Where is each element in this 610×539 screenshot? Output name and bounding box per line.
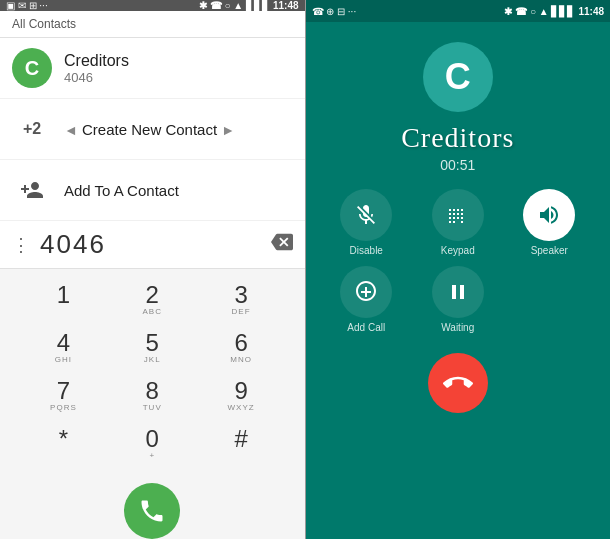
add-to-contact-item[interactable]: Add To A Contact — [0, 160, 305, 221]
all-contacts-label: All Contacts — [12, 17, 76, 31]
keypad-button[interactable]: Keypad — [417, 189, 499, 256]
all-contacts-bar: All Contacts — [0, 11, 305, 38]
dial-key-0[interactable]: 0 + — [109, 421, 196, 467]
dial-key-hash[interactable]: # — [198, 421, 285, 467]
time-right: 11:48 — [578, 6, 604, 17]
contact-info: Creditors 4046 — [64, 52, 129, 85]
keypad-icon — [432, 189, 484, 241]
arrow-right-icon: ► — [221, 122, 235, 138]
dialpad-area: ⋮ 4046 1 2 ABC 3 DEF — [0, 221, 305, 539]
right-right-status-icons: ✱ ☎ ○ ▲ ▋▋▋ 11:48 — [504, 6, 604, 17]
add-contact-icon — [12, 170, 52, 210]
dialpad-delete-button[interactable] — [271, 231, 293, 258]
call-timer-text: 00:51 — [440, 157, 475, 173]
contact-number: 4046 — [64, 70, 129, 85]
dial-key-star[interactable]: * — [20, 421, 107, 467]
avatar-letter: C — [25, 57, 39, 80]
dialpad-grid: 1 2 ABC 3 DEF 4 GHI 5 JKL 6 MNO — [0, 269, 305, 475]
arrow-left-icon: ◄ — [64, 122, 78, 138]
left-panel: ▣ ✉ ⊞ ··· ✱ ☎ ○ ▲ ▋▋▋ 11:48 All Contacts… — [0, 0, 305, 539]
call-name: Creditors — [306, 122, 611, 154]
speaker-label: Speaker — [531, 245, 568, 256]
keypad-label: Keypad — [441, 245, 475, 256]
add-call-button[interactable]: Add Call — [326, 266, 408, 333]
dial-key-8[interactable]: 8 TUV — [109, 373, 196, 419]
dial-key-9[interactable]: 9 WXYZ — [198, 373, 285, 419]
speaker-icon — [523, 189, 575, 241]
hold-icon — [432, 266, 484, 318]
dial-key-2[interactable]: 2 ABC — [109, 277, 196, 323]
plus-badge: +2 — [12, 109, 52, 149]
right-panel: ☎ ⊕ ⊟ ··· ✱ ☎ ○ ▲ ▋▋▋ 11:48 C Creditors … — [306, 0, 611, 539]
plus-badge-text: +2 — [23, 120, 41, 138]
status-bar-right: ☎ ⊕ ⊟ ··· ✱ ☎ ○ ▲ ▋▋▋ 11:48 — [306, 0, 611, 22]
contact-item[interactable]: C Creditors 4046 — [0, 38, 305, 99]
add-call-icon — [340, 266, 392, 318]
mute-icon — [340, 189, 392, 241]
time-left: 11:48 — [273, 0, 299, 11]
left-status-icons: ▣ ✉ ⊞ ··· — [6, 0, 48, 11]
call-end-area — [306, 343, 611, 429]
menu-icon[interactable]: ⋮ — [12, 234, 30, 256]
dial-call-button[interactable] — [124, 483, 180, 539]
create-new-text: Create New Contact — [82, 121, 217, 138]
create-new-label: ◄ Create New Contact ► — [64, 121, 235, 138]
dialpad-number-row: ⋮ 4046 — [0, 221, 305, 269]
hold-button[interactable]: Waiting — [417, 266, 499, 333]
dial-key-5[interactable]: 5 JKL — [109, 325, 196, 371]
create-new-contact-item[interactable]: +2 ◄ Create New Contact ► — [0, 99, 305, 160]
dial-key-7[interactable]: 7 PQRS — [20, 373, 107, 419]
empty-ctrl — [509, 266, 591, 333]
status-bar-left: ▣ ✉ ⊞ ··· ✱ ☎ ○ ▲ ▋▋▋ 11:48 — [0, 0, 305, 11]
hold-label: Waiting — [441, 322, 474, 333]
call-timer: 00:51 — [306, 157, 611, 173]
dial-key-1[interactable]: 1 — [20, 277, 107, 323]
contact-avatar: C — [12, 48, 52, 88]
dial-key-6[interactable]: 6 MNO — [198, 325, 285, 371]
dial-key-3[interactable]: 3 DEF — [198, 277, 285, 323]
add-to-contact-label: Add To A Contact — [64, 182, 179, 199]
call-controls-row1: Disable Keypad Speaker — [306, 189, 611, 256]
call-avatar-letter: C — [445, 56, 471, 98]
call-avatar-area: C — [306, 22, 611, 122]
right-left-status-icons: ☎ ⊕ ⊟ ··· — [312, 6, 357, 17]
contact-name: Creditors — [64, 52, 129, 70]
dialpad-number-display: 4046 — [40, 229, 271, 260]
dial-call-row — [0, 475, 305, 539]
add-call-label: Add Call — [347, 322, 385, 333]
call-name-text: Creditors — [401, 122, 514, 153]
speaker-button[interactable]: Speaker — [509, 189, 591, 256]
mute-button[interactable]: Disable — [326, 189, 408, 256]
right-status-left: ✱ ☎ ○ ▲ ▋▋▋ 11:48 — [199, 0, 299, 11]
mute-label: Disable — [350, 245, 383, 256]
call-avatar: C — [423, 42, 493, 112]
dial-key-4[interactable]: 4 GHI — [20, 325, 107, 371]
add-to-contact-text: Add To A Contact — [64, 182, 179, 199]
end-call-button[interactable] — [428, 353, 488, 413]
call-controls-row2: Add Call Waiting — [306, 266, 611, 333]
